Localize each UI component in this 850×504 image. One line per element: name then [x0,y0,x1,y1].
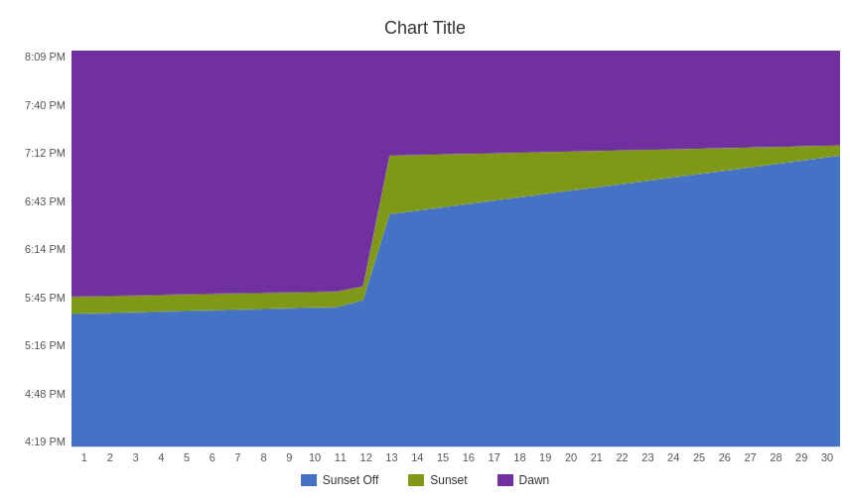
x-label-25: 25 [686,451,712,463]
chart-title: Chart Title [10,10,840,51]
x-axis-container: 1 2 3 4 5 6 7 8 9 10 11 12 13 14 15 16 1… [71,447,840,463]
y-label-5: 6:14 PM [25,243,66,255]
x-label-12: 12 [354,451,379,463]
y-label-7: 5:16 PM [25,339,66,351]
x-label-9: 9 [276,451,302,463]
y-label-6: 5:45 PM [25,292,66,304]
legend-item-sunset: Sunset [408,473,467,487]
x-label-16: 16 [456,451,482,463]
x-label-24: 24 [660,451,686,463]
y-axis: 8:09 PM 7:40 PM 7:12 PM 6:43 PM 6:14 PM … [10,51,71,447]
chart-plot [71,51,840,447]
x-label-6: 6 [200,451,225,463]
x-label-7: 7 [225,451,251,463]
x-label-30: 30 [814,451,840,463]
legend-swatch-sunset-off [301,474,317,486]
legend-label-sunset: Sunset [430,473,467,487]
x-label-28: 28 [764,451,789,463]
legend-swatch-dawn [497,474,513,486]
legend-swatch-sunset [408,474,424,486]
x-label-10: 10 [302,451,328,463]
legend-label-sunset-off: Sunset Off [323,473,378,487]
x-label-15: 15 [430,451,456,463]
x-label-26: 26 [712,451,738,463]
x-label-17: 17 [482,451,507,463]
y-label-4: 6:43 PM [25,195,66,207]
x-label-3: 3 [123,451,149,463]
x-label-1: 1 [71,451,97,463]
legend: Sunset Off Sunset Dawn [10,473,840,487]
legend-item-sunset-off: Sunset Off [301,473,378,487]
legend-item-dawn: Dawn [497,473,550,487]
x-labels: 1 2 3 4 5 6 7 8 9 10 11 12 13 14 15 16 1… [71,447,840,463]
chart-area: 8:09 PM 7:40 PM 7:12 PM 6:43 PM 6:14 PM … [10,51,840,447]
x-label-8: 8 [251,451,277,463]
y-label-2: 7:40 PM [25,99,66,111]
x-label-22: 22 [610,451,636,463]
x-label-21: 21 [584,451,610,463]
x-label-13: 13 [379,451,405,463]
x-label-20: 20 [558,451,584,463]
x-label-29: 29 [788,451,814,463]
x-label-11: 11 [328,451,354,463]
legend-label-dawn: Dawn [519,473,550,487]
chart-canvas [71,51,840,446]
y-label-3: 7:12 PM [25,147,66,159]
x-label-23: 23 [636,451,661,463]
x-label-4: 4 [148,451,174,463]
x-label-19: 19 [532,451,558,463]
y-label-9: 4:19 PM [25,436,66,447]
x-label-5: 5 [174,451,200,463]
x-label-14: 14 [404,451,430,463]
x-label-2: 2 [97,451,123,463]
x-label-18: 18 [507,451,533,463]
chart-container: Chart Title 8:09 PM 7:40 PM 7:12 PM 6:43… [0,0,850,504]
y-label-8: 4:48 PM [25,388,66,400]
y-label-1: 8:09 PM [25,51,66,63]
x-label-27: 27 [738,451,764,463]
